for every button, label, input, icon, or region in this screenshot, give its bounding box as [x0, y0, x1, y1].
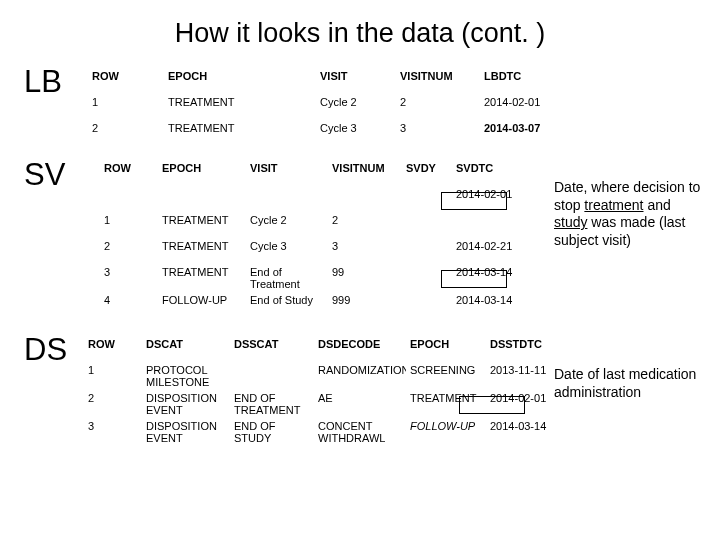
lb-h-epoch: EPOCH: [164, 68, 316, 94]
cell: [402, 212, 452, 238]
cell: TREATMENT: [164, 120, 316, 146]
cell: PROTOCOL MILESTONE: [142, 362, 230, 390]
cell: 2014-03-14: [486, 418, 558, 446]
cell: 2: [328, 212, 402, 238]
cell: 2014-02-21: [452, 238, 532, 264]
cell: 3: [396, 120, 480, 146]
cell: 2: [100, 238, 158, 264]
ds-h-dscat: DSCAT: [142, 336, 230, 362]
sv-table: ROW EPOCH VISIT VISITNUM SVDY SVDTC 2014…: [100, 160, 532, 318]
cell: AE: [314, 390, 406, 418]
cell: TREATMENT: [158, 264, 246, 292]
cell: 1: [84, 362, 142, 390]
ds-h-dsdecode: DSDECODE: [314, 336, 406, 362]
table-row: 1 TREATMENT Cycle 2 2 2014-02-01: [88, 94, 568, 120]
sv-h-visitnum: VISITNUM: [328, 160, 402, 186]
txt: treatment: [584, 197, 643, 213]
cell: 4: [100, 292, 158, 318]
annotation-decision: Date, where decision to stop treatment a…: [554, 179, 704, 249]
lb-h-lbdtc: LBDTC: [480, 68, 568, 94]
cell: 3: [84, 418, 142, 446]
cell: Cycle 2: [246, 212, 328, 238]
cell: [402, 238, 452, 264]
cell: [328, 186, 402, 212]
cell: FOLLOW-UP: [406, 418, 486, 446]
cell: 2014-03-07: [480, 120, 568, 146]
ds-table: ROW DSCAT DSSCAT DSDECODE EPOCH DSSTDTC …: [84, 336, 558, 446]
sv-h-visit: VISIT: [246, 160, 328, 186]
cell: 1: [88, 94, 164, 120]
table-row: 2 TREATMENT Cycle 3 3 2014-02-21: [100, 238, 532, 264]
cell: End of Treatment: [246, 264, 328, 292]
cell: [158, 186, 246, 212]
table-row: 1 PROTOCOL MILESTONE RANDOMIZATION SCREE…: [84, 362, 558, 390]
lb-h-row: ROW: [88, 68, 164, 94]
highlight-box: [441, 192, 507, 210]
cell: Cycle 2: [316, 94, 396, 120]
cell: END OF STUDY: [230, 418, 314, 446]
cell: [452, 212, 532, 238]
cell: 99: [328, 264, 402, 292]
cell: 2014-03-14: [452, 292, 532, 318]
cell: RANDOMIZATION: [314, 362, 406, 390]
section-label-lb: LB: [24, 64, 62, 100]
cell: CONCENT WITHDRAWL: [314, 418, 406, 446]
cell: TREATMENT: [158, 212, 246, 238]
cell: Cycle 3: [246, 238, 328, 264]
ds-h-epoch: EPOCH: [406, 336, 486, 362]
cell: 2: [84, 390, 142, 418]
txt: and: [644, 197, 671, 213]
cell: [246, 186, 328, 212]
ds-h-row: ROW: [84, 336, 142, 362]
section-label-ds: DS: [24, 332, 67, 368]
sv-h-svdtc: SVDTC: [452, 160, 532, 186]
table-row: 1 TREATMENT Cycle 2 2: [100, 212, 532, 238]
sv-h-svdy: SVDY: [402, 160, 452, 186]
cell: Cycle 3: [316, 120, 396, 146]
cell: 3: [328, 238, 402, 264]
lb-table: ROW EPOCH VISIT VISITNUM LBDTC 1 TREATME…: [88, 68, 568, 146]
highlight-box: [459, 396, 525, 414]
lb-h-visit: VISIT: [316, 68, 396, 94]
cell: [402, 292, 452, 318]
table-row: 4 FOLLOW-UP End of Study 999 2014-03-14: [100, 292, 532, 318]
cell: 2013-11-11: [486, 362, 558, 390]
cell: END OF TREATMENT: [230, 390, 314, 418]
cell: FOLLOW-UP: [158, 292, 246, 318]
cell: 1: [100, 212, 158, 238]
sv-h-epoch: EPOCH: [158, 160, 246, 186]
ds-h-dsscat: DSSCAT: [230, 336, 314, 362]
table-row: 3 DISPOSITION EVENT END OF STUDY CONCENT…: [84, 418, 558, 446]
cell: [230, 362, 314, 390]
lb-h-visitnum: VISITNUM: [396, 68, 480, 94]
cell: End of Study: [246, 292, 328, 318]
sv-h-row: ROW: [100, 160, 158, 186]
cell: [100, 186, 158, 212]
cell: TREATMENT: [158, 238, 246, 264]
table-row: 2 TREATMENT Cycle 3 3 2014-03-07: [88, 120, 568, 146]
annotation-lastmed: Date of last medication administration: [554, 366, 704, 401]
highlight-box: [441, 270, 507, 288]
cell: TREATMENT: [164, 94, 316, 120]
section-label-sv: SV: [24, 157, 65, 193]
ds-h-dsstdtc: DSSTDTC: [486, 336, 558, 362]
cell: 2: [88, 120, 164, 146]
cell: 999: [328, 292, 402, 318]
slide-title: How it looks in the data (cont. ): [0, 18, 720, 49]
cell: 2: [396, 94, 480, 120]
txt: study: [554, 214, 587, 230]
cell: DISPOSITION EVENT: [142, 390, 230, 418]
cell: 3: [100, 264, 158, 292]
cell: DISPOSITION EVENT: [142, 418, 230, 446]
cell: 2014-02-01: [480, 94, 568, 120]
cell: SCREENING: [406, 362, 486, 390]
